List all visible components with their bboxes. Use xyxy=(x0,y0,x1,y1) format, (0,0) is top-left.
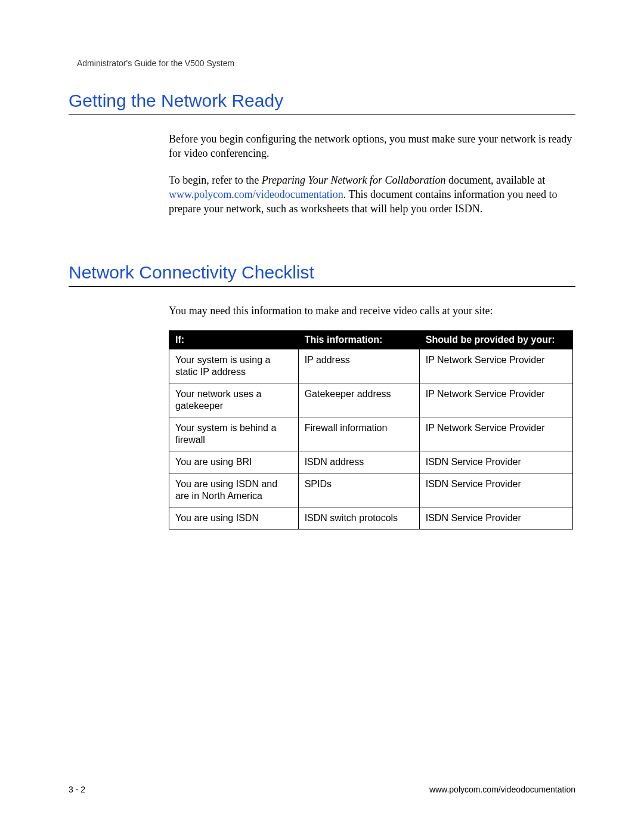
cell-if: Your system is behind a firewall xyxy=(169,417,299,451)
section1-para2: To begin, refer to the Preparing Your Ne… xyxy=(169,173,573,216)
table-row: You are using ISDN ISDN switch protocols… xyxy=(169,507,573,529)
table-header-row: If: This information: Should be provided… xyxy=(169,330,573,349)
running-header: Administrator's Guide for the V500 Syste… xyxy=(77,58,575,68)
doc-title-italic: Preparing Your Network for Collaboration xyxy=(262,174,446,186)
cell-provider: ISDN Service Provider xyxy=(419,451,572,473)
cell-if: You are using ISDN and are in North Amer… xyxy=(169,473,299,507)
table-row: You are using BRI ISDN address ISDN Serv… xyxy=(169,451,573,473)
table-row: You are using ISDN and are in North Amer… xyxy=(169,473,573,507)
cell-if: Your network uses a gatekeeper xyxy=(169,383,299,417)
cell-info: Firewall information xyxy=(298,417,419,451)
col-header-if: If: xyxy=(169,330,299,349)
col-header-info: This information: xyxy=(298,330,419,349)
page-number: 3 - 2 xyxy=(69,785,85,794)
footer-url: www.polycom.com/videodocumentation xyxy=(429,785,575,794)
cell-provider: IP Network Service Provider xyxy=(419,383,572,417)
section1-body: Before you begin configuring the network… xyxy=(169,132,573,216)
table-row: Your network uses a gatekeeper Gatekeepe… xyxy=(169,383,573,417)
checklist-table: If: This information: Should be provided… xyxy=(169,330,573,529)
cell-provider: ISDN Service Provider xyxy=(419,507,572,529)
cell-if: Your system is using a static IP address xyxy=(169,349,299,383)
cell-if: You are using ISDN xyxy=(169,507,299,529)
cell-provider: IP Network Service Provider xyxy=(419,349,572,383)
text-fragment: document, available at xyxy=(445,174,545,186)
cell-if: You are using BRI xyxy=(169,451,299,473)
cell-info: Gatekeeper address xyxy=(298,383,419,417)
cell-info: ISDN address xyxy=(298,451,419,473)
col-header-provider: Should be provided by your: xyxy=(419,330,572,349)
heading-getting-network-ready: Getting the Network Ready xyxy=(69,91,575,115)
cell-provider: IP Network Service Provider xyxy=(419,417,572,451)
table-row: Your system is behind a firewall Firewal… xyxy=(169,417,573,451)
video-documentation-link[interactable]: www.polycom.com/videodocumentation xyxy=(169,188,343,200)
section2-body: You may need this information to make an… xyxy=(169,304,573,529)
cell-info: IP address xyxy=(298,349,419,383)
heading-network-connectivity-checklist: Network Connectivity Checklist xyxy=(69,262,575,287)
text-fragment: To begin, refer to the xyxy=(169,174,262,186)
table-row: Your system is using a static IP address… xyxy=(169,349,573,383)
section2-intro: You may need this information to make an… xyxy=(169,304,573,318)
section1-para1: Before you begin configuring the network… xyxy=(169,132,573,161)
cell-info: SPIDs xyxy=(298,473,419,507)
page-footer: 3 - 2 www.polycom.com/videodocumentation xyxy=(69,785,575,794)
cell-provider: ISDN Service Provider xyxy=(419,473,572,507)
cell-info: ISDN switch protocols xyxy=(298,507,419,529)
